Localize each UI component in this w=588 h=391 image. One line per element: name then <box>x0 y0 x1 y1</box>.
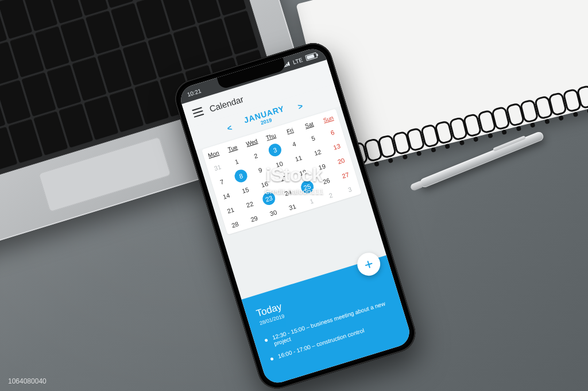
hamburger-icon[interactable] <box>192 107 204 118</box>
watermark-id: 1064080040 <box>8 377 47 385</box>
app-title: Calendar <box>208 94 244 114</box>
desk-scene: 10:21 LTE Calendar < JANUARY 2019 > <box>0 0 588 391</box>
plus-icon: + <box>362 254 376 274</box>
network-label: LTE <box>292 56 303 65</box>
prev-month-button[interactable]: < <box>222 119 237 136</box>
today-panel: Today 28/01/2019 12:30 - 15:00 – busines… <box>242 255 413 386</box>
battery-icon <box>305 52 318 61</box>
next-month-button[interactable]: > <box>293 98 308 115</box>
status-time: 10:21 <box>186 87 202 98</box>
